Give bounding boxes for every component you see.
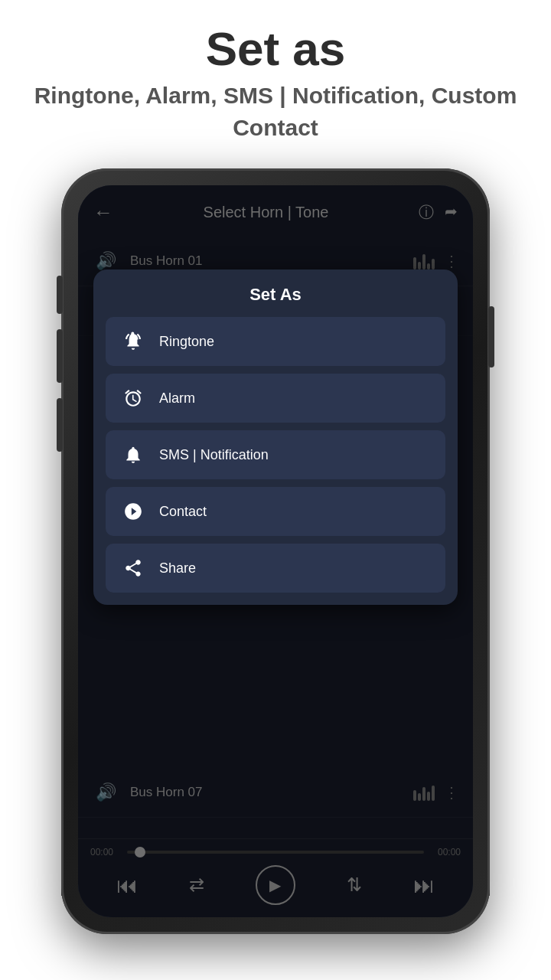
phone-shell: ← Select Horn | Tone ⓘ ➦ 🔊 Bus Horn 01 xyxy=(61,168,490,934)
dialog-item-ringtone[interactable]: Ringtone xyxy=(106,317,445,366)
header-section: Set as Ringtone, Alarm, SMS | Notificati… xyxy=(0,0,551,159)
share-label: Share xyxy=(159,560,196,577)
dialog-title: Set As xyxy=(106,285,445,305)
share-dialog-icon xyxy=(119,554,147,582)
phone-mockup: ← Select Horn | Tone ⓘ ➦ 🔊 Bus Horn 01 xyxy=(61,168,490,934)
page-subtitle: Ringtone, Alarm, SMS | Notification, Cus… xyxy=(31,80,520,144)
phone-volume-down-button xyxy=(57,398,63,452)
set-as-dialog: Set As Ringtone xyxy=(93,270,458,605)
phone-volume-up-button xyxy=(57,329,63,383)
dialog-item-contact[interactable]: Contact xyxy=(106,487,445,536)
sms-label: SMS | Notification xyxy=(159,447,269,463)
dialog-item-alarm[interactable]: Alarm xyxy=(106,374,445,423)
contact-icon xyxy=(119,498,147,525)
contact-label: Contact xyxy=(159,504,207,520)
phone-screen: ← Select Horn | Tone ⓘ ➦ 🔊 Bus Horn 01 xyxy=(78,185,473,917)
dialog-item-sms[interactable]: SMS | Notification xyxy=(106,430,445,479)
dialog-item-share[interactable]: Share xyxy=(106,544,445,593)
ringtone-label: Ringtone xyxy=(159,334,214,350)
phone-volume-mute-button xyxy=(57,276,63,314)
notification-icon xyxy=(119,441,147,469)
alarm-icon xyxy=(119,384,147,412)
alarm-label: Alarm xyxy=(159,390,195,407)
ringtone-icon xyxy=(119,328,147,355)
phone-power-button xyxy=(488,306,494,368)
page-title: Set as xyxy=(31,23,520,75)
